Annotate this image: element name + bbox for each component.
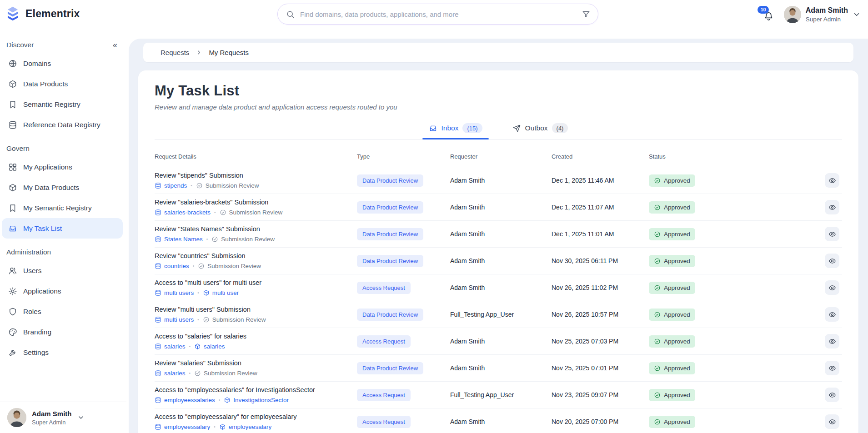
view-request-button[interactable]: [825, 280, 839, 295]
cube-icon: [8, 183, 17, 192]
user-menu[interactable]: Adam Smith Super Admin: [784, 6, 861, 23]
breadcrumb-requests[interactable]: Requests: [161, 49, 189, 56]
sidebar-item-label: My Applications: [23, 163, 72, 171]
filter-button[interactable]: [582, 10, 591, 19]
avatar: [784, 6, 801, 23]
application-link[interactable]: InvestigationsSector: [224, 397, 289, 403]
check-icon: [654, 338, 661, 345]
request-details-cell: Access to "salaries" for salaries salari…: [155, 333, 357, 350]
resource-link[interactable]: stipends: [155, 182, 187, 189]
view-request-button[interactable]: [825, 173, 839, 188]
topbar: 10 Adam Smith Super Admin: [126, 0, 868, 39]
sidebar-item-label: Semantic Registry: [23, 100, 80, 109]
table-row: Access to "employeessalary" for employee…: [155, 408, 842, 433]
requester-cell: Adam Smith: [450, 364, 552, 372]
table-header: Request DetailsTypeRequesterCreatedStatu…: [155, 139, 842, 167]
tabs: Inbox(15)Outbox(4): [155, 123, 842, 139]
bookmark-icon: [8, 204, 17, 213]
check-icon: [220, 209, 226, 216]
tab-label: Inbox: [442, 124, 459, 132]
cube-icon: [219, 423, 226, 430]
filter-icon: [582, 10, 591, 19]
resource-link[interactable]: multi users: [155, 289, 194, 296]
sidebar-item-settings[interactable]: Settings: [2, 342, 123, 363]
sidebar-item-label: My Task List: [23, 224, 62, 233]
sidebar-item-label: Reference Data Registry: [23, 121, 100, 129]
dot-separator: •: [197, 290, 199, 295]
request-type-badge: Access Request: [357, 389, 411, 401]
sidebar-item-my-data-products[interactable]: My Data Products: [2, 177, 123, 198]
sidebar-item-semantic-registry[interactable]: Semantic Registry: [2, 94, 123, 114]
request-type-badge: Data Product Review: [357, 362, 423, 374]
page-subtitle: Review and manage data product and appli…: [155, 103, 842, 111]
sidebar-item-branding[interactable]: Branding: [2, 322, 123, 342]
request-title: Access to "multi users" for multi user: [155, 279, 357, 286]
review-type: Submission Review: [211, 236, 275, 243]
sidebar-item-reference-data-registry[interactable]: Reference Data Registry: [2, 114, 123, 135]
request-details-cell: Access to "multi users" for multi user m…: [155, 279, 357, 296]
review-type: Submission Review: [194, 370, 257, 377]
eye-icon: [828, 338, 836, 345]
bookmark-icon: [8, 100, 17, 109]
created-cell: Nov 23, 2025 09:07 PM: [552, 391, 649, 398]
sidebar-item-my-applications[interactable]: My Applications: [2, 157, 123, 177]
avatar-photo: [7, 408, 26, 427]
view-request-button[interactable]: [825, 227, 839, 241]
tab-outbox[interactable]: Outbox(4): [511, 123, 570, 139]
view-request-button[interactable]: [825, 334, 839, 348]
tab-inbox[interactable]: Inbox(15): [427, 123, 484, 139]
sidebar-item-data-products[interactable]: Data Products: [2, 74, 123, 94]
sidebar-item-my-semantic-registry[interactable]: My Semantic Registry: [2, 198, 123, 218]
inbox-icon: [429, 124, 437, 133]
resource-link[interactable]: salaries: [155, 370, 186, 377]
view-request-button[interactable]: [825, 414, 839, 429]
review-type-label: Submission Review: [207, 263, 261, 269]
sidebar-item-domains[interactable]: Domains: [2, 53, 123, 74]
created-cell: Nov 25, 2025 07:01 PM: [552, 364, 649, 372]
resource-link[interactable]: employeessalaries: [155, 397, 215, 403]
sidebar-item-applications[interactable]: Applications: [2, 281, 123, 301]
review-type: Submission Review: [196, 182, 259, 189]
request-type-badge: Data Product Review: [357, 201, 423, 214]
sidebar-collapse-button[interactable]: «: [113, 41, 117, 49]
sidebar-item-roles[interactable]: Roles: [2, 301, 123, 322]
view-request-button[interactable]: [825, 307, 839, 322]
application-link[interactable]: multi user: [203, 289, 239, 296]
request-type-badge: Access Request: [357, 335, 411, 348]
brand[interactable]: Elementrix: [0, 0, 126, 26]
sidebar-section-label: Discover: [6, 41, 34, 49]
check-icon: [654, 284, 661, 291]
sidebar-section-discover: Discover«: [0, 37, 126, 53]
resource-link[interactable]: employeessalary: [155, 423, 210, 430]
page-title: My Task List: [155, 83, 842, 99]
notifications-button[interactable]: 10: [763, 11, 774, 21]
resource-link[interactable]: countries: [155, 263, 189, 269]
view-request-button[interactable]: [825, 200, 839, 214]
table-row: Review "States Names" Submission States …: [155, 220, 842, 247]
application-link[interactable]: employeesalary: [219, 423, 272, 430]
view-request-button[interactable]: [825, 388, 839, 402]
sidebar-item-users[interactable]: Users: [2, 260, 123, 281]
resource-link[interactable]: salaries-brackets: [155, 209, 211, 216]
sidebar-item-my-task-list[interactable]: My Task List: [2, 218, 123, 239]
main-panel: Requests My Requests My Task List Review…: [129, 39, 868, 433]
view-request-button[interactable]: [825, 361, 839, 375]
requester-cell: Adam Smith: [450, 284, 552, 291]
sidebar-item-label: Users: [23, 267, 41, 275]
resource-link[interactable]: salaries: [155, 343, 186, 350]
application-link[interactable]: salaries: [194, 343, 225, 350]
send-icon: [512, 124, 521, 133]
search-input[interactable]: [300, 10, 576, 18]
review-type: Submission Review: [220, 209, 283, 216]
topbar-right: 10 Adam Smith Super Admin: [763, 4, 861, 25]
created-cell: Dec 1, 2025 11:46 AM: [552, 177, 649, 184]
sidebar-user-card[interactable]: Adam Smith Super Admin: [0, 402, 126, 433]
database-icon: [155, 397, 161, 403]
resource-link[interactable]: multi users: [155, 316, 194, 323]
resource-link[interactable]: States Names: [155, 236, 203, 243]
view-request-button[interactable]: [825, 254, 839, 268]
dot-separator: •: [189, 371, 191, 376]
check-icon: [211, 236, 218, 243]
database-icon: [155, 343, 161, 350]
table-row: Review "salaries-brackets" Submission sa…: [155, 194, 842, 220]
